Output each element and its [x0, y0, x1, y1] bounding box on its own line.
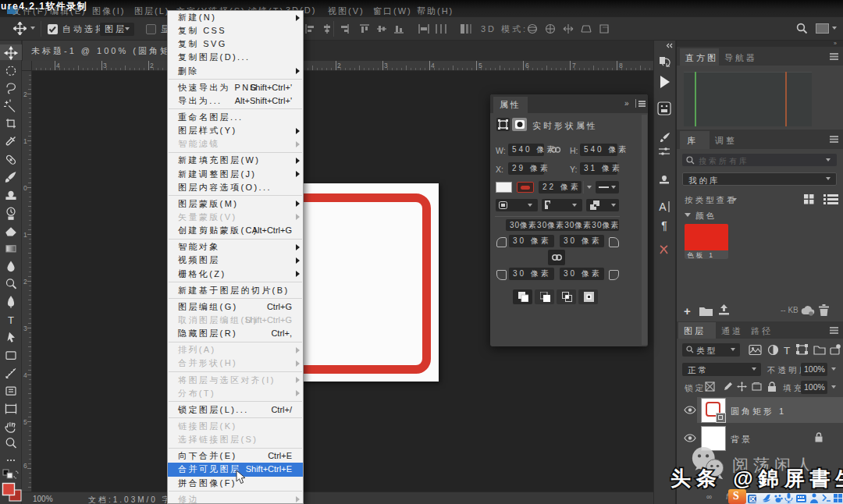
svg-text:T: T: [784, 345, 790, 357]
svg-text:A: A: [659, 201, 667, 213]
svg-text:¶: ¶: [661, 219, 667, 232]
svg-text:T: T: [8, 314, 14, 326]
